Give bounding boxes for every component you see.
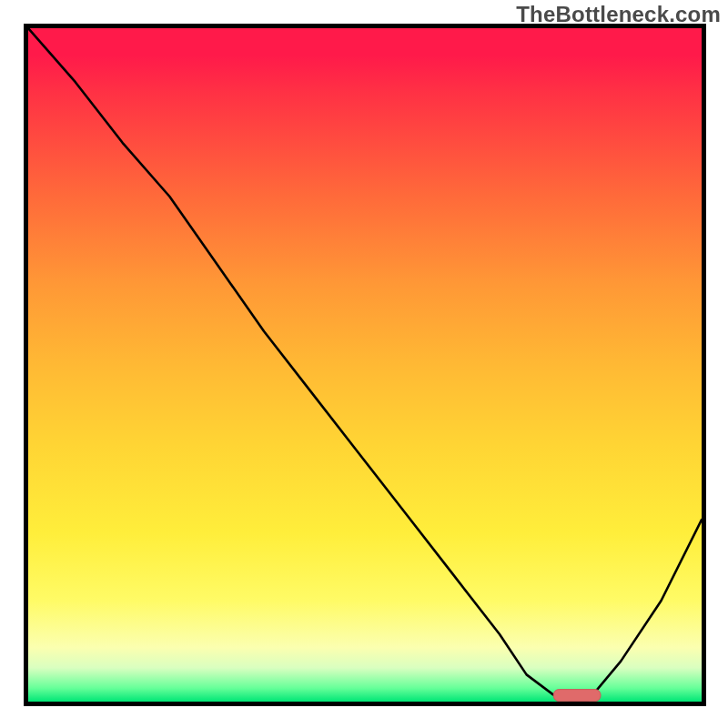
chart-frame: TheBottleneck.com (0, 0, 728, 728)
optimal-range-marker (553, 690, 601, 702)
plot-area (24, 24, 706, 706)
chart-svg (28, 28, 702, 702)
bottleneck-curve (28, 28, 702, 702)
